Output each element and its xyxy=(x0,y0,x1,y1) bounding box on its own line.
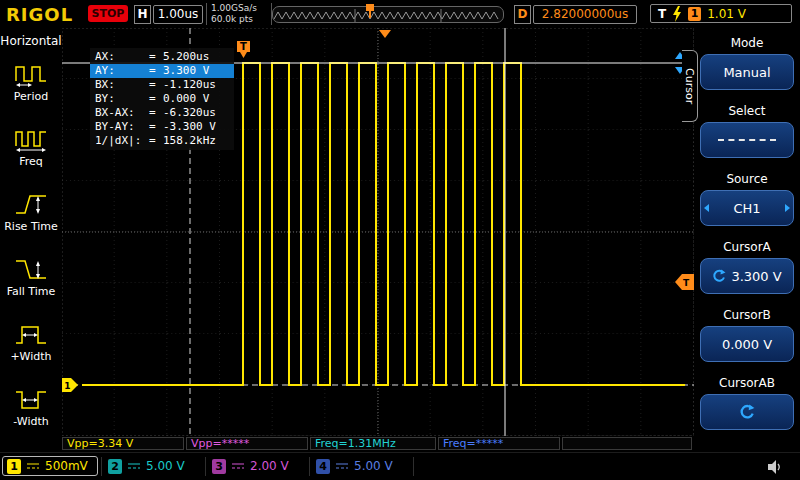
menu-item-cursor-a: CursorA 3.300 V xyxy=(700,240,794,294)
timebase-readout[interactable]: 1.00us xyxy=(153,5,203,24)
rigol-logo: RIGOL xyxy=(6,4,73,25)
sidebar-item-neg-width[interactable]: -Width xyxy=(0,375,62,440)
measurement-vpp-ch3: Vpp=***** xyxy=(186,437,308,450)
menu-item-source: Source CH1 xyxy=(700,172,794,226)
readout-row: BY-AY:=-3.300 V xyxy=(90,120,234,134)
sidebar-item-label: Fall Time xyxy=(7,285,56,298)
trigger-status-box[interactable]: T 1 1.01 V xyxy=(650,4,792,23)
menu-item-label: Mode xyxy=(700,36,794,51)
trigger-source-badge: 1 xyxy=(688,7,701,21)
mode-button[interactable]: Manual xyxy=(700,54,794,90)
scope-display-area: T T 1 AX:=5.200us AY:=3.300 V BX:=-1.120… xyxy=(62,28,694,436)
menu-item-label: CursorAB xyxy=(700,376,794,391)
menu-item-cursor-b: CursorB 0.000 V xyxy=(700,308,794,362)
measurement-freq-ch2: Freq=1.31MHz xyxy=(310,437,436,450)
right-menu-panel: Cursor Mode Manual Select Source CH1 Cur… xyxy=(694,28,800,452)
channel-3-status[interactable]: 3 2.00 V xyxy=(208,456,304,476)
channel-3-scale: 2.00 V xyxy=(250,459,289,473)
top-status-bar: RIGOL STOP H 1.00us 1.00GSa/s 60.0k pts … xyxy=(0,0,800,28)
menu-item-mode: Mode Manual xyxy=(700,36,794,90)
source-right-arrow-icon xyxy=(785,204,790,212)
menu-item-label: CursorB xyxy=(700,308,794,323)
readout-row: AX:=5.200us xyxy=(90,50,234,64)
menu-item-label: Select xyxy=(700,104,794,119)
readout-row: 1/|dX|:=158.2kHz xyxy=(90,134,234,148)
run-state-badge[interactable]: STOP xyxy=(88,5,128,22)
menu-item-cursor-ab: CursorAB xyxy=(700,376,794,430)
sidebar-item-label: Freq xyxy=(19,155,43,168)
svg-text:1: 1 xyxy=(64,381,70,391)
svg-text:T: T xyxy=(240,41,247,52)
readout-row: BX:=-1.120us xyxy=(90,78,234,92)
source-left-arrow-icon xyxy=(704,204,709,212)
channel-separator xyxy=(101,457,102,476)
channel-1-status[interactable]: 1 500mV xyxy=(2,456,98,476)
preview-trigger-marker[interactable] xyxy=(365,4,375,23)
minus-width-icon xyxy=(13,387,49,413)
channel-separator xyxy=(413,457,414,476)
dc-coupling-icon xyxy=(231,461,245,471)
measurement-bar: Vpp=3.34 V Vpp=***** Freq=1.31MHz Freq=*… xyxy=(62,436,694,452)
select-button[interactable] xyxy=(700,122,794,158)
preview-waveform xyxy=(273,9,501,22)
sidebar-item-label: +Width xyxy=(10,350,51,363)
rotate-knob-icon xyxy=(712,269,726,283)
dc-coupling-icon xyxy=(335,461,349,471)
left-function-sidebar: Horizontal Period Freq Rise Time Fa xyxy=(0,28,62,452)
measurement-slot-empty xyxy=(562,437,692,450)
svg-text:T: T xyxy=(683,278,690,288)
sidebar-item-label: Rise Time xyxy=(4,220,58,233)
readout-row-selected: AY:=3.300 V xyxy=(90,64,234,78)
dashed-line-icon xyxy=(718,139,776,141)
period-icon xyxy=(13,62,49,88)
speaker-icon[interactable] xyxy=(766,459,784,479)
channel-4-status[interactable]: 4 5.00 V xyxy=(312,456,408,476)
dc-coupling-icon xyxy=(26,461,40,471)
fall-time-icon xyxy=(13,257,49,283)
cursor-b-button[interactable]: 0.000 V xyxy=(700,326,794,362)
readout-row: BX-AX:=-6.320us xyxy=(90,106,234,120)
menu-tab-cursor[interactable]: Cursor xyxy=(682,50,698,122)
delay-readout[interactable]: 2.82000000us xyxy=(533,5,637,24)
sidebar-item-period[interactable]: Period xyxy=(0,50,62,115)
channel-2-badge: 2 xyxy=(108,459,122,474)
plus-width-icon xyxy=(13,322,49,348)
delay-label: D xyxy=(514,5,531,24)
rotate-knob-icon xyxy=(739,404,755,420)
channel-separator xyxy=(205,457,206,476)
memory-depth: 60.0k pts xyxy=(211,14,267,25)
menu-item-label: Source xyxy=(700,172,794,187)
sample-rate: 1.00GSa/s xyxy=(211,3,267,14)
menu-item-select: Select xyxy=(700,104,794,158)
channel-4-badge: 4 xyxy=(316,459,330,474)
dc-coupling-icon xyxy=(127,461,141,471)
cursor-ab-button[interactable] xyxy=(700,394,794,430)
sidebar-item-label: -Width xyxy=(13,415,48,428)
sidebar-item-pos-width[interactable]: +Width xyxy=(0,310,62,375)
source-button[interactable]: CH1 xyxy=(700,190,794,226)
cursor-a-button[interactable]: 3.300 V xyxy=(700,258,794,294)
channel-1-scale: 500mV xyxy=(45,459,88,473)
channel-1-badge: 1 xyxy=(7,459,21,474)
trigger-t-label: T xyxy=(658,7,666,21)
acquisition-info: 1.00GSa/s 60.0k pts xyxy=(206,3,272,25)
readout-row: BY:=0.000 V xyxy=(90,92,234,106)
sidebar-item-rise-time[interactable]: Rise Time xyxy=(0,180,62,245)
channel-2-scale: 5.00 V xyxy=(146,459,185,473)
channel-status-bar: 1 500mV 2 5.00 V 3 2.00 V 4 5.00 V xyxy=(0,452,800,480)
waveform-preview-strip[interactable] xyxy=(272,6,504,23)
horizontal-label: H xyxy=(134,5,151,24)
rise-time-icon xyxy=(13,192,49,218)
measurement-vpp-ch1: Vpp=3.34 V xyxy=(62,437,184,450)
cursor-readout: AX:=5.200us AY:=3.300 V BX:=-1.120us BY:… xyxy=(90,48,234,150)
measurement-freq-ch4: Freq=***** xyxy=(438,437,560,450)
channel-2-status[interactable]: 2 5.00 V xyxy=(104,456,200,476)
sidebar-item-freq[interactable]: Freq xyxy=(0,115,62,180)
sidebar-item-label: Period xyxy=(14,90,48,103)
sidebar-item-fall-time[interactable]: Fall Time xyxy=(0,245,62,310)
channel-3-badge: 3 xyxy=(212,459,226,474)
trigger-level-readout: 1.01 V xyxy=(707,7,746,21)
channel-separator xyxy=(309,457,310,476)
freq-icon xyxy=(13,127,49,153)
sidebar-title: Horizontal xyxy=(0,34,61,48)
